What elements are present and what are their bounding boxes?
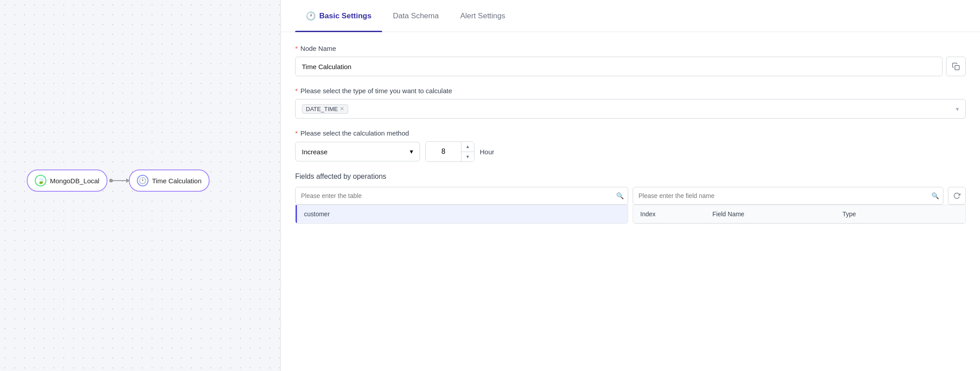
calc-method-select[interactable]: Increase ▾ xyxy=(295,142,420,161)
fields-right: 🔍 Index Field Name xyxy=(633,187,966,224)
fields-section-title: Fields affected by operations xyxy=(295,173,966,181)
table-header: Index Field Name Type xyxy=(633,205,965,223)
tab-basic-settings[interactable]: 🕐 Basic Settings xyxy=(295,0,382,32)
node-name-label: * Node Name xyxy=(295,45,966,52)
col-header-type: Type xyxy=(835,205,965,223)
tab-basic-label: Basic Settings xyxy=(319,12,371,21)
arrow-connector xyxy=(109,180,127,181)
date-time-tag: DATE_TIME ✕ xyxy=(302,104,348,114)
table-cell-name: customer xyxy=(297,205,628,223)
table-search-wrap: 🔍 xyxy=(295,187,628,205)
method-row: Increase ▾ 8 ▲ ▼ Hour xyxy=(295,141,966,162)
tab-data-schema[interactable]: Data Schema xyxy=(382,0,449,32)
mongodb-node[interactable]: 🍃 MongoDB_Local xyxy=(27,169,107,192)
fields-right-inner: 🔍 xyxy=(633,187,966,205)
tab-schema-label: Data Schema xyxy=(393,12,439,21)
field-search-input[interactable] xyxy=(633,187,943,205)
table-row[interactable]: customer xyxy=(296,205,628,223)
calc-method-group: * Please select the calculation method I… xyxy=(295,129,966,162)
node-name-input[interactable] xyxy=(295,57,943,76)
tab-basic-icon: 🕐 xyxy=(306,11,316,21)
mongodb-label: MongoDB_Local xyxy=(50,177,99,185)
time-calc-label: Time Calculation xyxy=(152,177,202,185)
col-header-index: Index xyxy=(633,205,705,223)
calc-method-label: * Please select the calculation method xyxy=(295,129,966,137)
time-type-label: * Please select the type of time you wan… xyxy=(295,87,966,95)
right-panel: 🕐 Basic Settings Data Schema Alert Setti… xyxy=(281,0,980,371)
number-value: 8 xyxy=(426,142,461,161)
required-star-1: * xyxy=(295,45,298,52)
refresh-button[interactable] xyxy=(948,187,966,205)
number-input: 8 ▲ ▼ xyxy=(425,141,474,162)
chevron-down-icon: ▾ xyxy=(956,106,959,112)
decrement-button[interactable]: ▼ xyxy=(461,152,474,162)
unit-label: Hour xyxy=(480,148,494,156)
refresh-icon xyxy=(953,192,960,199)
number-controls: ▲ ▼ xyxy=(461,142,474,161)
copy-icon xyxy=(952,62,960,70)
svg-rect-0 xyxy=(955,66,959,70)
fields-section: Fields affected by operations 🔍 customer xyxy=(295,173,966,224)
content-area: * Node Name * Please select the type of … xyxy=(281,32,980,371)
required-star-2: * xyxy=(295,87,298,95)
time-type-select[interactable]: DATE_TIME ✕ ▾ xyxy=(295,99,966,119)
required-star-3: * xyxy=(295,129,298,137)
tabs-bar: 🕐 Basic Settings Data Schema Alert Setti… xyxy=(281,0,980,32)
table-container: customer xyxy=(295,205,628,224)
col-header-fieldname: Field Name xyxy=(705,205,836,223)
fields-split: 🔍 customer 🔍 xyxy=(295,187,966,224)
node-name-group: * Node Name xyxy=(295,45,966,76)
field-table-container: Index Field Name Type xyxy=(633,205,966,224)
tag-close-icon[interactable]: ✕ xyxy=(340,106,344,112)
time-icon: 🕐 xyxy=(137,175,148,186)
tab-alert-label: Alert Settings xyxy=(460,12,505,21)
flow-canvas: 🍃 MongoDB_Local 🕐 Time Calculation xyxy=(0,0,281,371)
table-search-input[interactable] xyxy=(295,187,628,205)
flow-nodes: 🍃 MongoDB_Local 🕐 Time Calculation xyxy=(27,169,210,192)
tab-alert-settings[interactable]: Alert Settings xyxy=(449,0,516,32)
field-search-icon: 🔍 xyxy=(931,192,939,199)
copy-button[interactable] xyxy=(946,57,966,76)
field-search-wrap: 🔍 xyxy=(633,187,943,205)
fields-left: 🔍 customer xyxy=(295,187,628,224)
table-search-icon: 🔍 xyxy=(616,192,624,199)
arrow-line xyxy=(109,180,127,181)
method-chevron-icon: ▾ xyxy=(410,148,413,156)
increment-button[interactable]: ▲ xyxy=(461,142,474,152)
time-calc-node[interactable]: 🕐 Time Calculation xyxy=(129,169,210,192)
node-name-row xyxy=(295,57,966,76)
time-type-group: * Please select the type of time you wan… xyxy=(295,87,966,119)
mongodb-icon: 🍃 xyxy=(35,175,46,186)
tag-list: DATE_TIME ✕ xyxy=(302,104,348,114)
